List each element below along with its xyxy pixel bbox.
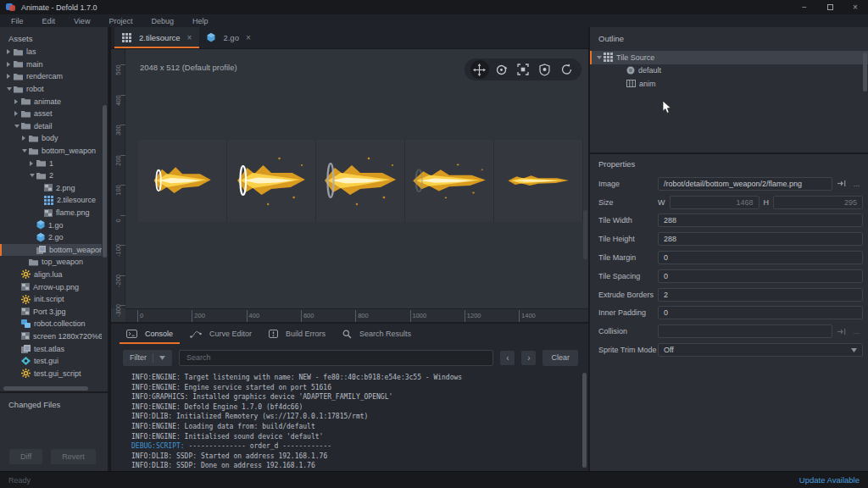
maximize-button[interactable] xyxy=(817,0,843,14)
tab-build-errors[interactable]: Build Errors xyxy=(260,324,334,344)
tab-search-results[interactable]: Search Results xyxy=(334,324,420,344)
chevron-down-icon[interactable] xyxy=(597,56,604,59)
chevron-down-icon[interactable] xyxy=(7,87,14,91)
update-available-link[interactable]: Update Available xyxy=(799,475,860,485)
menu-item-view[interactable]: View xyxy=(64,17,99,25)
tree-item-animate[interactable]: animate xyxy=(0,95,102,108)
canvas-vertical-scrollbar[interactable] xyxy=(583,210,587,259)
close-icon[interactable]: × xyxy=(187,33,192,42)
realign-camera-button[interactable] xyxy=(557,60,576,79)
tree-item-body[interactable]: body xyxy=(0,132,102,145)
tree-item-rendercam[interactable]: rendercam xyxy=(0,70,102,83)
tree-item-test-gui[interactable]: test.gui xyxy=(0,355,102,368)
revert-button[interactable]: Revert xyxy=(51,449,96,464)
menu-item-debug[interactable]: Debug xyxy=(142,17,183,25)
sprite-trim-mode-select[interactable]: Off xyxy=(658,343,863,357)
tab-curve-editor[interactable]: Curve Editor xyxy=(181,324,260,344)
tree-item-2[interactable]: 2 xyxy=(0,169,102,182)
tree-item-init-script[interactable]: init.script xyxy=(0,293,102,306)
chevron-right-icon[interactable] xyxy=(22,136,29,141)
browse-button[interactable]: ... xyxy=(850,324,863,338)
extrude-borders-field[interactable]: 2 xyxy=(658,288,863,302)
diff-button[interactable]: Diff xyxy=(9,449,42,464)
tile-frame-5[interactable] xyxy=(494,140,583,222)
tree-item-robot-collection[interactable]: robot.collection xyxy=(0,318,102,330)
outline-item-tile-source[interactable]: Tile Source xyxy=(590,51,868,64)
chevron-right-icon[interactable] xyxy=(7,62,14,67)
tree-item-asset[interactable]: asset xyxy=(0,108,102,120)
tree-item-screen-1280x720-65-j[interactable]: screen 1280x720%65.j xyxy=(0,330,102,343)
tab-2-go[interactable]: 2.go× xyxy=(199,27,258,48)
find-previous-button[interactable]: ‹ xyxy=(500,351,515,365)
tile-frame-3[interactable] xyxy=(316,140,405,222)
outline-vertical-scrollbar[interactable] xyxy=(863,53,867,92)
find-next-button[interactable]: › xyxy=(521,351,536,365)
scale-tool-button[interactable] xyxy=(514,60,532,79)
chevron-down-icon[interactable] xyxy=(30,174,36,177)
filter-dropdown[interactable]: Filter xyxy=(123,350,172,366)
panel-divider[interactable] xyxy=(590,152,868,154)
console-search-input[interactable] xyxy=(179,350,493,366)
chevron-right-icon[interactable] xyxy=(7,49,14,54)
chevron-down-icon[interactable] xyxy=(22,149,29,152)
asset-tree-horizontal-scrollbar[interactable] xyxy=(3,386,88,391)
tree-item-robot[interactable]: robot xyxy=(0,83,102,96)
move-tool-button[interactable] xyxy=(470,60,489,79)
tree-item-bottom-weapon[interactable]: bottom_weapon xyxy=(0,244,102,257)
menu-item-edit[interactable]: Edit xyxy=(33,17,65,25)
tree-item-test-gui-script[interactable]: test.gui_script xyxy=(0,367,102,380)
tab-console[interactable]: Console xyxy=(118,324,181,344)
tree-item-2-png[interactable]: 2.png xyxy=(0,182,102,195)
tree-item-2-tilesource[interactable]: 2.tilesource xyxy=(0,194,102,207)
tile-frame-2[interactable] xyxy=(227,140,316,222)
chevron-right-icon[interactable] xyxy=(14,111,21,116)
chevron-right-icon[interactable] xyxy=(7,74,14,79)
tile-spacing-field[interactable]: 0 xyxy=(658,269,863,283)
inner-padding-field[interactable]: 0 xyxy=(658,306,863,319)
tree-item-1[interactable]: 1 xyxy=(0,157,102,169)
tree-item-2-go[interactable]: 2.go xyxy=(0,231,102,244)
folder-icon xyxy=(14,73,23,80)
scene-canvas[interactable]: 2048 x 512 (Default profile) 50040030020… xyxy=(111,49,588,322)
tree-item-top-weapon[interactable]: top_weapon xyxy=(0,256,102,269)
tile-frame-1[interactable] xyxy=(138,140,227,222)
outline-item-anim[interactable]: anim xyxy=(590,77,868,91)
tree-item-align-lua[interactable]: align.lua xyxy=(0,269,102,281)
tree-item-las[interactable]: las xyxy=(0,46,102,58)
collection-icon xyxy=(21,319,31,328)
perspective-camera-button[interactable] xyxy=(536,60,554,79)
open-resource-button[interactable] xyxy=(835,324,848,338)
tree-item-port-3-jpg[interactable]: Port 3.jpg xyxy=(0,305,102,318)
minimize-button[interactable]: − xyxy=(792,0,817,14)
tile-margin-field[interactable]: 0 xyxy=(658,251,863,264)
tree-item-arrow-up-png[interactable]: Arrow-up.png xyxy=(0,280,102,293)
chevron-down-icon[interactable] xyxy=(14,125,21,128)
asset-tree-vertical-scrollbar[interactable] xyxy=(103,105,107,258)
tile-height-field[interactable]: 288 xyxy=(658,232,863,246)
close-button[interactable]: × xyxy=(843,0,868,14)
tree-item-main[interactable]: main xyxy=(0,58,102,71)
tree-item-flame-png[interactable]: flame.png xyxy=(0,207,102,219)
chevron-right-icon[interactable] xyxy=(30,161,36,166)
menu-item-help[interactable]: Help xyxy=(183,17,218,25)
outline-tree: Tile Sourcedefaultanim xyxy=(590,51,868,91)
tree-item-detail[interactable]: detail xyxy=(0,120,102,133)
clear-console-button[interactable]: Clear xyxy=(542,350,578,366)
rotate-tool-button[interactable] xyxy=(492,60,510,79)
console-vertical-scrollbar[interactable] xyxy=(582,373,587,468)
browse-button[interactable]: ... xyxy=(850,177,863,191)
tree-item-bottom-weapon[interactable]: bottom_weapon xyxy=(0,145,102,158)
tree-item-1-go[interactable]: 1.go xyxy=(0,219,102,231)
close-icon[interactable]: × xyxy=(246,33,251,42)
tab-2-tilesource[interactable]: 2.tilesource× xyxy=(114,27,199,48)
image-path-field[interactable]: /robot/detail/bottom_weapon/2/flame.png xyxy=(658,177,832,191)
tile-width-field[interactable]: 288 xyxy=(658,214,863,227)
chevron-right-icon[interactable] xyxy=(14,99,21,104)
collision-field[interactable] xyxy=(658,324,832,338)
menu-item-project[interactable]: Project xyxy=(99,17,142,25)
outline-item-default[interactable]: default xyxy=(590,64,868,78)
open-resource-button[interactable] xyxy=(835,177,848,191)
menu-item-file[interactable]: File xyxy=(2,17,33,25)
tile-frame-4[interactable] xyxy=(405,140,494,222)
tree-item-test-atlas[interactable]: test.atlas xyxy=(0,342,102,355)
